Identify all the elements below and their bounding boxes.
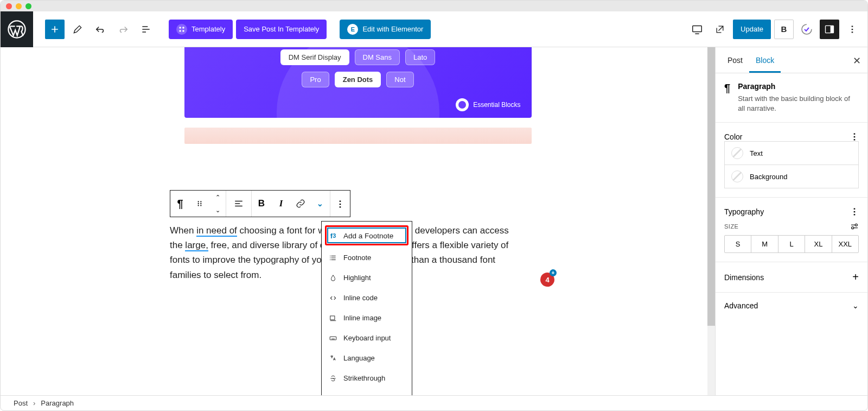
svg-point-1 <box>179 27 181 29</box>
pink-block[interactable] <box>184 128 532 144</box>
color-options-button[interactable]: ⋯ <box>851 131 859 142</box>
update-label: Update <box>741 25 763 33</box>
mac-max-dot[interactable] <box>25 3 31 9</box>
size-label: SIZE <box>724 223 738 230</box>
size-option-m[interactable]: M <box>751 236 778 252</box>
menu-item-highlight[interactable]: Highlight <box>322 268 412 288</box>
block-type-button[interactable]: ¶ <box>170 191 190 217</box>
svg-point-3 <box>179 30 181 32</box>
essential-blocks-button[interactable]: B <box>774 20 794 39</box>
drag-handle[interactable] <box>190 191 209 217</box>
menu-item-strikethrough[interactable]: Strikethrough <box>322 368 412 388</box>
advanced-panel-header[interactable]: Advanced ⌄ <box>716 293 867 319</box>
link-icon <box>296 199 305 208</box>
hero-image-block[interactable]: DM Serif Display DM Sans Lato Pro Zen Do… <box>184 47 532 118</box>
document-overview-button[interactable] <box>136 20 156 39</box>
move-down-button[interactable]: ⌄ <box>209 204 226 217</box>
save-templately-button[interactable]: Save Post In Templately <box>236 20 327 39</box>
svg-point-11 <box>198 203 199 204</box>
drag-icon <box>196 200 203 207</box>
dimensions-panel-header[interactable]: Dimensions + <box>716 262 867 293</box>
settings-sidebar: Post Block ✕ ¶ Paragraph Start with the … <box>715 47 867 395</box>
settings-sidebar-button[interactable] <box>820 20 839 39</box>
text-color-button[interactable]: Text <box>724 141 859 165</box>
tab-block[interactable]: Block <box>749 47 781 73</box>
link-button[interactable] <box>291 191 310 217</box>
scrollbar-thumb[interactable] <box>707 47 715 326</box>
bold-button[interactable]: B <box>252 191 271 217</box>
editor-canvas[interactable]: DM Serif Display DM Sans Lato Pro Zen Do… <box>1 47 715 395</box>
yoast-button[interactable] <box>797 20 816 39</box>
kebab-icon: ⋯ <box>335 200 346 208</box>
mac-min-dot[interactable] <box>16 3 22 9</box>
block-toolbar: ¶ ⌃ ⌄ B I <box>170 190 350 217</box>
menu-item-add-footnote[interactable]: f3 Add a Footnote <box>322 224 412 248</box>
size-settings-button[interactable] <box>850 223 859 230</box>
plus-icon <box>49 24 60 35</box>
eb-badge-label: Essential Blocks <box>473 101 520 109</box>
keyboard-icon <box>328 333 338 343</box>
close-sidebar-button[interactable]: ✕ <box>853 55 861 67</box>
menu-item-subscript[interactable]: X2 Subscript <box>322 388 412 395</box>
list-numbered-icon <box>328 253 338 263</box>
svg-rect-8 <box>831 26 834 33</box>
scrollbar-track[interactable] <box>707 47 715 395</box>
edit-tool-button[interactable] <box>68 20 87 39</box>
add-block-button[interactable] <box>45 20 65 39</box>
sidebar-tabs: Post Block ✕ <box>716 47 867 73</box>
color-label: Background <box>750 173 787 181</box>
paragraph-icon: ¶ <box>724 82 730 113</box>
wp-logo-button[interactable] <box>1 11 33 47</box>
tab-label: Post <box>727 56 743 65</box>
subscript-icon: X2 <box>328 394 338 396</box>
menu-item-language[interactable]: Language <box>322 348 412 368</box>
move-up-button[interactable]: ⌃ <box>209 191 226 204</box>
templately-button[interactable]: Templately <box>169 20 233 39</box>
breadcrumb-paragraph[interactable]: Paragraph <box>41 399 74 407</box>
align-button[interactable] <box>226 191 251 217</box>
svg-point-9 <box>198 201 199 202</box>
tab-label: Block <box>756 56 774 65</box>
menu-label: Language <box>343 354 375 362</box>
breadcrumb-post[interactable]: Post <box>14 399 28 407</box>
block-name: Paragraph <box>738 82 859 91</box>
typography-title: Typography <box>724 207 764 216</box>
menu-item-keyboard[interactable]: Keyboard input <box>322 328 412 348</box>
tab-post[interactable]: Post <box>721 47 749 73</box>
more-formatting-button[interactable]: ⌄ <box>310 191 330 217</box>
redo-icon <box>117 23 129 35</box>
notification-counter[interactable]: 4 <box>540 273 554 287</box>
background-color-button[interactable]: Background <box>724 165 859 188</box>
size-option-xl[interactable]: XL <box>805 236 832 252</box>
advanced-title: Advanced <box>724 301 758 310</box>
svg-point-10 <box>200 201 201 202</box>
block-options-button[interactable]: ⋯ <box>330 191 350 217</box>
svg-point-2 <box>182 27 184 29</box>
update-button[interactable]: Update <box>733 20 771 39</box>
elementor-icon: E <box>347 24 358 35</box>
size-option-s[interactable]: S <box>725 236 751 252</box>
align-left-icon <box>234 199 244 208</box>
typography-panel: Typography ⋯ SIZE S M L XL XXL <box>716 198 867 262</box>
italic-button[interactable]: I <box>271 191 291 217</box>
size-option-l[interactable]: L <box>778 236 805 252</box>
svg-point-4 <box>182 30 184 32</box>
undo-button[interactable] <box>91 20 110 39</box>
sidebar-icon <box>824 24 835 35</box>
menu-item-inline-image[interactable]: Inline image <box>322 308 412 328</box>
edit-elementor-button[interactable]: E Edit with Elementor <box>340 20 431 39</box>
view-post-button[interactable] <box>710 20 730 39</box>
kebab-icon: ⋯ <box>850 207 860 216</box>
font-pill: DM Serif Display <box>280 49 349 65</box>
options-button[interactable]: ⋯ <box>843 20 862 39</box>
mac-close-dot[interactable] <box>6 3 12 9</box>
size-option-xxl[interactable]: XXL <box>832 236 858 252</box>
preview-button[interactable] <box>687 20 707 39</box>
spellcheck-underline: in need of <box>196 225 237 237</box>
redo-button[interactable] <box>113 20 133 39</box>
typography-options-button[interactable]: ⋯ <box>851 206 859 217</box>
menu-item-footnote[interactable]: Footnote <box>322 248 412 268</box>
strikethrough-icon <box>328 374 338 383</box>
block-description: Start with the basic building block of a… <box>738 94 859 113</box>
menu-item-inline-code[interactable]: Inline code <box>322 288 412 308</box>
